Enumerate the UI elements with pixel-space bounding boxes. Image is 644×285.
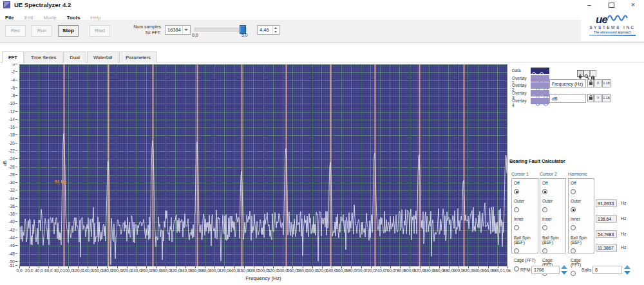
y-format-button[interactable]: 1.18 <box>602 94 611 102</box>
legend-swatch-overlay-1[interactable] <box>531 75 549 82</box>
x-tick-label: 240,0 <box>131 268 142 273</box>
bearing-option: Inner <box>514 217 536 233</box>
x-autoscale-button[interactable]: X <box>594 79 601 87</box>
y-tick-label: -14 <box>9 117 17 122</box>
threshold-spinbox[interactable]: 4,46 <box>257 25 280 35</box>
maximize-icon <box>609 3 614 8</box>
x-tick-label: 680,0 <box>346 268 356 273</box>
balls-field[interactable]: 8 <box>592 266 622 274</box>
spinner-buttons[interactable] <box>272 26 279 34</box>
title-bar[interactable]: UE Spectralyzer 4.2 – × <box>0 0 644 10</box>
legend-swatch-overlay-2[interactable] <box>531 82 549 89</box>
tab-fft[interactable]: FFT <box>2 51 24 64</box>
radio-harmonic-ball-spin-bsf-[interactable] <box>571 248 576 253</box>
x-axis-title: Frequency (Hz) <box>19 275 507 281</box>
radio-cursor-1-off[interactable] <box>514 189 519 194</box>
radio-cursor-2-off[interactable] <box>542 189 547 194</box>
toolbar: Rec Run Stop Rwd Num samples for FFT: 16… <box>0 21 644 43</box>
y-tick-label: -16 <box>9 125 17 129</box>
balls-increment-icon[interactable] <box>624 265 630 269</box>
x-tick-label: 320,0 <box>170 268 180 273</box>
radio-cursor-1-outer[interactable] <box>514 207 519 212</box>
balls-spinner[interactable] <box>624 265 631 275</box>
rpm-spinner[interactable] <box>561 265 568 275</box>
bearing-option-label: Outer <box>542 199 564 203</box>
tab-time-series[interactable]: Time Series <box>24 51 63 63</box>
y-tick-label: -38 <box>9 212 17 216</box>
radio-cursor-2-outer[interactable] <box>542 207 547 212</box>
radio-cursor-1-ball-spin-bsf-[interactable] <box>514 248 519 253</box>
bearing-frequency-value: 136,64 <box>596 215 617 223</box>
bearing-option: Ball Spin (BSF) <box>514 235 536 256</box>
balls-decrement-icon[interactable] <box>624 271 630 275</box>
legend-swatch-overlay-3[interactable] <box>531 90 549 97</box>
rpm-decrement-icon[interactable] <box>561 271 567 275</box>
stop-button[interactable]: Stop <box>58 25 79 37</box>
tab-waterfall[interactable]: Waterfall <box>87 51 118 63</box>
legend-swatch-overlay-4[interactable] <box>531 98 549 104</box>
x-tick-label: 420,0 <box>219 268 229 273</box>
app-window: UE Spectralyzer 4.2 – × FileEditModeTool… <box>0 0 644 285</box>
y-scale-name-field[interactable]: dB <box>549 94 586 103</box>
radio-harmonic-outer[interactable] <box>571 207 576 212</box>
x-tick-label: 500,0 <box>258 268 268 273</box>
rpm-field[interactable]: 1708 <box>531 266 560 274</box>
radio-cursor-1-inner[interactable] <box>514 225 519 230</box>
legend-label: Data <box>512 68 521 73</box>
y-autoscale-button[interactable]: Y <box>594 94 601 102</box>
y-tick-label: -24 <box>9 156 17 161</box>
close-button[interactable]: × <box>623 0 643 10</box>
x-format-button[interactable]: 1.18 <box>602 79 611 87</box>
y-tick-label: -20 <box>9 141 17 145</box>
bearing-option: Ball Spin (BSF) <box>571 235 592 256</box>
x-scale-lock-button[interactable] <box>587 79 594 87</box>
radio-harmonic-cage-fft-[interactable] <box>571 271 576 276</box>
zoom-icon[interactable] <box>583 70 590 77</box>
y-tick-label: -26 <box>9 165 17 169</box>
bearing-frequency-unit: Hz <box>621 216 627 221</box>
legend-label: Overlay 4 <box>512 98 526 107</box>
x-tick-label: 340,0 <box>180 268 190 273</box>
pan-hand-icon[interactable] <box>590 70 596 77</box>
spin-down-icon[interactable] <box>274 31 277 33</box>
minimize-button[interactable]: – <box>580 0 599 10</box>
radio-harmonic-off[interactable] <box>571 189 576 194</box>
radio-cursor-2-inner[interactable] <box>542 225 547 230</box>
x-tick-label: 520,0 <box>267 268 278 273</box>
rwd-button[interactable]: Rwd <box>90 25 110 37</box>
num-samples-label: Num samples for FFT: <box>126 24 161 35</box>
bearing-option-group: OffOuterInnerBall Spin (BSF)Cage (FFT) <box>568 178 594 253</box>
radio-cursor-1-cage-fft-[interactable] <box>514 266 519 271</box>
x-scale-name-field[interactable]: Frequency (Hz) <box>549 79 586 88</box>
radio-cursor-2-ball-spin-bsf-[interactable] <box>542 248 547 253</box>
x-tick-label: 800,0 <box>404 268 414 273</box>
x-tick-label: 100,0 <box>63 268 73 273</box>
spin-up-icon[interactable] <box>274 27 277 29</box>
radio-harmonic-inner[interactable] <box>571 225 576 230</box>
y-tick-label: -12 <box>9 109 17 114</box>
maximize-button[interactable] <box>601 0 621 10</box>
x-tick-label: 780,0 <box>394 268 404 273</box>
bearing-column-header: Harmonic <box>568 172 594 176</box>
bearing-option-label: Inner <box>571 217 592 221</box>
legend-swatch-data[interactable] <box>531 68 549 74</box>
logo-wave-icon <box>607 12 629 21</box>
chevron-down-icon[interactable] <box>182 26 190 34</box>
bearing-option-label: Cage (FFT) <box>571 258 592 267</box>
bearing-option-label: Ball Spin (BSF) <box>514 235 536 244</box>
y-scale-lock-button[interactable] <box>587 94 594 102</box>
bearing-frequency-value: 54,7983 <box>596 230 617 238</box>
num-samples-dropdown[interactable]: 16384 <box>165 25 191 35</box>
rpm-increment-icon[interactable] <box>561 265 567 269</box>
bearing-frequency-unit: Hz <box>621 245 627 250</box>
y-tick-label: -48 <box>9 252 17 256</box>
tab-dual[interactable]: Dual <box>63 51 86 63</box>
rec-button[interactable]: Rec <box>5 25 26 37</box>
tab-parameters[interactable]: Parameters <box>119 51 157 63</box>
y-tick-label: -28 <box>9 172 17 177</box>
cursor-crosshair-icon[interactable] <box>577 70 583 77</box>
fft-plot[interactable] <box>19 64 507 266</box>
bearing-option: Off <box>571 181 592 197</box>
y-tick-label: -6 <box>11 86 17 90</box>
run-button[interactable]: Run <box>32 25 52 37</box>
